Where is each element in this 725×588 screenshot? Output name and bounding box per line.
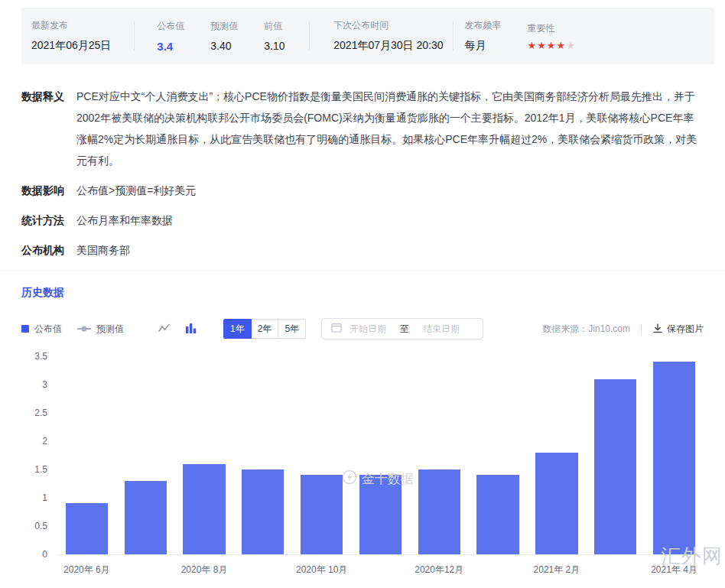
history-chart: 00.511.522.533.5 金十数据 2020年 6月2020年 8月20… xyxy=(21,356,704,577)
page-watermark: 汇外网 xyxy=(661,543,723,570)
legend-forecast-label: 预测值 xyxy=(96,323,124,336)
date-range-picker[interactable]: 开始日期 至 结束日期 xyxy=(321,318,483,339)
line-chart-icon xyxy=(158,322,171,336)
info-row-definition: 数据释义 PCE对应中文“个人消费支出”；核心PCE物价指数是衡量美国民间消费通… xyxy=(21,86,704,171)
bar-chart-icon xyxy=(184,322,197,336)
time-range-group: 1年 2年 5年 xyxy=(223,319,306,339)
x-axis-label: 2021年 2月 xyxy=(528,564,587,577)
legend-published-label: 公布值 xyxy=(34,323,62,336)
info-row-agency: 公布机构 美国商务部 xyxy=(21,239,704,261)
bar-2020年 8月[interactable] xyxy=(175,356,234,554)
bar-rect xyxy=(418,469,460,554)
range-1year-button[interactable]: 1年 xyxy=(223,319,252,339)
star-rating: ★★★★★ xyxy=(528,41,576,50)
calendar-icon xyxy=(331,322,342,336)
bar-2021年 1月[interactable] xyxy=(469,356,528,554)
y-axis-tick: 1 xyxy=(42,493,47,502)
end-date-input[interactable]: 结束日期 xyxy=(423,323,460,336)
definition-content: PCE对应中文“个人消费支出”；核心PCE物价指数是衡量美国民间消费通胀的关键指… xyxy=(76,86,704,171)
x-axis-label-empty xyxy=(469,564,528,577)
chart-bars xyxy=(57,356,704,554)
chart-toolbar-right: 数据来源：Jin10.com 保存图片 xyxy=(542,323,704,336)
summary-bar: 最新发布 2021年06月25日 公布值 3.4 预测值 3.40 前值 3.1… xyxy=(21,8,714,64)
y-axis-tick: 2.5 xyxy=(34,408,47,417)
line-chart-toggle-button[interactable] xyxy=(158,322,171,336)
frequency-label: 发布频率 xyxy=(465,19,526,32)
published-value-label: 公布值 xyxy=(157,20,188,33)
chart-plot-area: 00.511.522.533.5 金十数据 xyxy=(57,356,704,555)
x-axis-label-empty xyxy=(233,564,292,577)
impact-content: 公布值>预测值=利好美元 xyxy=(76,180,196,201)
y-axis-tick: 0.5 xyxy=(34,521,47,531)
x-axis-label-empty xyxy=(351,564,410,577)
summary-next-release: 下次公布时间 2021年07月30日 20:30 xyxy=(310,19,452,53)
bar-2020年 7月[interactable] xyxy=(116,356,175,554)
info-row-method: 统计方法 公布月率和年率数据 xyxy=(21,210,704,231)
history-section-title: 历史数据 xyxy=(21,286,725,300)
previous-value-label: 前值 xyxy=(264,20,309,33)
download-icon xyxy=(652,323,663,336)
x-axis-label: 2020年 8月 xyxy=(175,564,234,577)
bar-2020年 11月[interactable] xyxy=(351,356,410,554)
bar-rect xyxy=(125,481,167,554)
x-axis-label-empty xyxy=(586,564,645,577)
bar-2021年 4月[interactable] xyxy=(645,356,704,554)
vertical-divider xyxy=(641,324,642,333)
bar-2020年 9月[interactable] xyxy=(233,356,292,554)
range-5year-button[interactable]: 5年 xyxy=(278,319,306,339)
latest-release-label: 最新发布 xyxy=(31,19,111,32)
summary-published-value: 公布值 3.4 xyxy=(135,20,188,53)
bar-2020年 6月[interactable] xyxy=(57,356,116,554)
next-release-label: 下次公布时间 xyxy=(333,19,443,32)
agency-content: 美国商务部 xyxy=(76,239,130,261)
chart-x-axis: 2020年 6月2020年 8月2020年 10月2020年12月2021年 2… xyxy=(57,564,704,577)
chart-y-axis: 00.511.522.533.5 xyxy=(21,356,52,554)
x-axis-label: 2020年12月 xyxy=(410,564,469,577)
star-rating-filled: ★★★★ xyxy=(528,40,567,51)
y-axis-tick: 1.5 xyxy=(34,465,47,474)
bar-2020年12月[interactable] xyxy=(410,356,469,554)
bar-2021年 3月[interactable] xyxy=(586,356,645,554)
legend-forecast-marker xyxy=(77,328,91,330)
bar-rect xyxy=(476,475,519,554)
legend-published-marker xyxy=(21,325,29,333)
method-label: 统计方法 xyxy=(21,210,76,231)
legend-forecast-dot xyxy=(82,326,87,332)
importance-label: 重要性 xyxy=(528,22,576,35)
y-axis-tick: 3 xyxy=(42,380,47,389)
bar-2020年 10月[interactable] xyxy=(292,356,351,554)
summary-frequency: 发布频率 每月 xyxy=(454,19,526,53)
summary-latest-release: 最新发布 2021年06月25日 xyxy=(21,19,134,53)
y-axis-tick: 2 xyxy=(42,437,47,446)
bar-rect xyxy=(66,503,108,554)
frequency-value: 每月 xyxy=(465,39,526,53)
previous-value: 3.10 xyxy=(264,40,309,52)
legend-published-value[interactable]: 公布值 xyxy=(21,323,62,336)
bar-2021年 2月[interactable] xyxy=(528,356,587,554)
method-content: 公布月率和年率数据 xyxy=(76,210,173,231)
save-image-label: 保存图片 xyxy=(667,323,704,336)
start-date-input[interactable]: 开始日期 xyxy=(349,323,386,336)
chart-toolbar: 公布值 预测值 1年 2年 5年 开始日期 至 结束日期 xyxy=(21,318,704,339)
bar-rect xyxy=(653,362,695,554)
save-image-button[interactable]: 保存图片 xyxy=(652,323,704,336)
summary-forecast-value: 预测值 3.40 xyxy=(188,20,242,52)
data-source-text: 数据来源：Jin10.com xyxy=(542,323,630,336)
bar-rect xyxy=(359,475,402,554)
range-2year-button[interactable]: 2年 xyxy=(251,319,279,339)
bar-rect xyxy=(594,379,636,554)
legend-forecast-value[interactable]: 预测值 xyxy=(77,323,124,336)
star-rating-empty: ★ xyxy=(566,40,576,51)
bar-rect xyxy=(183,464,225,554)
bar-rect xyxy=(301,475,343,554)
published-value: 3.4 xyxy=(157,40,188,53)
summary-previous-value: 前值 3.10 xyxy=(242,20,309,52)
y-axis-tick: 3.5 xyxy=(34,352,47,361)
date-range-separator: 至 xyxy=(400,323,409,336)
next-release-value: 2021年07月30日 20:30 xyxy=(333,39,443,53)
bar-chart-toggle-button[interactable] xyxy=(184,322,197,336)
chart-toolbar-left: 公布值 预测值 1年 2年 5年 开始日期 至 结束日期 xyxy=(21,318,483,339)
forecast-value-label: 预测值 xyxy=(210,20,242,33)
x-axis-label: 2020年 6月 xyxy=(57,564,116,577)
impact-label: 数据影响 xyxy=(21,180,76,201)
